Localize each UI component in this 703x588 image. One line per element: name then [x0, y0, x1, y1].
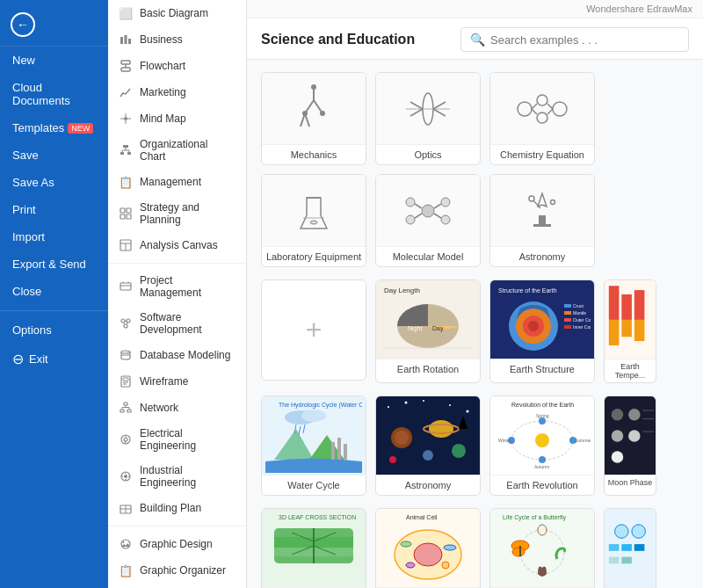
template-card-leaf[interactable]: 3D LEAF CROSS SECTION 3D Leaf Cross Sect…: [261, 508, 366, 588]
svg-point-107: [529, 196, 534, 201]
sidebar-item-saveas[interactable]: Save As: [0, 169, 108, 196]
middle-item-electrical[interactable]: Electrical Engineering: [108, 421, 246, 458]
middle-item-project[interactable]: Project Management: [108, 268, 246, 305]
sidebar-item-print[interactable]: Print: [0, 196, 108, 223]
middle-item-wireframe[interactable]: Wireframe: [108, 368, 246, 395]
template-card-butterfly[interactable]: Life Cycle of a Butterfly: [489, 508, 595, 588]
template-card-moon-phase[interactable]: Moon Phase: [604, 396, 656, 496]
page-title: Science and Education: [261, 32, 415, 47]
template-thumb-mechanics: [262, 73, 366, 145]
svg-rect-20: [120, 214, 125, 219]
back-button[interactable]: ←: [0, 0, 108, 47]
svg-point-35: [121, 351, 130, 353]
svg-point-159: [539, 417, 546, 425]
middle-orgchart-label: Organizational Chart: [140, 138, 236, 163]
middle-item-graphic[interactable]: Graphic Design: [108, 531, 246, 557]
svg-line-139: [299, 426, 301, 435]
svg-rect-200: [621, 544, 632, 551]
middle-item-management[interactable]: 📋 Management: [108, 169, 246, 195]
svg-line-140: [303, 425, 305, 433]
template-card-water-cycle[interactable]: The Hydrologic Cycle (Water Cycle): [261, 396, 366, 496]
middle-item-strategy[interactable]: Strategy and Planning: [108, 195, 246, 232]
back-circle-icon: ←: [11, 12, 35, 37]
svg-line-101: [415, 204, 422, 208]
app-title: Wondershare EdrawMax: [586, 4, 692, 14]
template-card-partial[interactable]: ...: [604, 508, 656, 588]
template-card-chemistry[interactable]: Chemistry Equation: [489, 72, 595, 165]
svg-rect-130: [621, 320, 632, 337]
middle-item-analysis[interactable]: Analysis Canvas: [108, 232, 246, 258]
template-label-earth-revolution: Earth Revolution: [490, 475, 594, 495]
middle-item-business[interactable]: Business: [108, 26, 246, 53]
svg-rect-4: [121, 68, 130, 71]
sidebar-item-save[interactable]: Save: [0, 142, 108, 169]
svg-point-189: [406, 563, 415, 568]
middle-item-database[interactable]: Database Modeling: [108, 342, 246, 368]
middle-item-marketing[interactable]: Marketing: [108, 79, 246, 105]
middle-item-infographic[interactable]: Infographic: [108, 584, 246, 588]
template-card-earth-rotation[interactable]: Day Length Night Day Earth Rotation: [375, 279, 481, 383]
svg-point-169: [612, 430, 624, 442]
middle-item-flowchart[interactable]: Flowchart: [108, 53, 246, 79]
svg-text:Mantle: Mantle: [573, 310, 586, 316]
middle-item-network[interactable]: Network: [108, 395, 246, 421]
sidebar-item-options[interactable]: Options: [0, 316, 108, 344]
svg-rect-2: [128, 39, 131, 44]
svg-point-88: [553, 102, 567, 116]
add-template-button[interactable]: +: [261, 279, 366, 381]
middle-industrial-label: Industrial Engineering: [140, 464, 236, 489]
template-card-earth-structure[interactable]: Structure of the Earth Crust Mantle Oute…: [489, 279, 595, 383]
template-thumb-animal-cell: Animal Cell: [376, 509, 480, 588]
svg-point-96: [422, 205, 434, 217]
search-input[interactable]: [490, 33, 679, 47]
middle-item-basic[interactable]: ⬜ Basic Diagram: [108, 0, 246, 26]
middle-organizer-label: Graphic Organizer: [140, 564, 226, 577]
svg-rect-201: [634, 544, 645, 551]
middle-item-orgchart[interactable]: Organizational Chart: [108, 132, 246, 169]
template-card-lab[interactable]: Laboratory Equipment: [261, 174, 366, 267]
template-thumb-earth-structure: Structure of the Earth Crust Mantle Oute…: [490, 280, 594, 359]
sidebar-item-import[interactable]: Import: [0, 223, 108, 250]
plus-icon: +: [306, 314, 323, 346]
sidebar-item-cloud[interactable]: Cloud Documents: [0, 74, 108, 114]
template-card-earth-temp[interactable]: Earth Tempe...: [604, 279, 656, 383]
svg-line-84: [433, 109, 446, 116]
svg-rect-127: [609, 286, 620, 320]
svg-point-118: [528, 321, 539, 331]
middle-item-software[interactable]: Software Development: [108, 305, 246, 342]
template-thumb-optics: [376, 73, 480, 145]
building-icon: [119, 501, 133, 515]
template-card-astronomy[interactable]: Astronomy: [375, 396, 481, 496]
template-card-animal-cell[interactable]: Animal Cell Animal Cell: [375, 508, 481, 588]
search-bar[interactable]: 🔍: [460, 27, 689, 52]
sidebar-item-templates[interactable]: Templates NEW: [0, 114, 108, 142]
middle-item-building[interactable]: Building Plan: [108, 495, 246, 521]
sidebar-item-exit[interactable]: ⊖ Exit: [0, 344, 108, 374]
sidebar-item-export[interactable]: Export & Send: [0, 250, 108, 278]
template-label-earth-rotation: Earth Rotation: [376, 359, 480, 379]
sidebar-item-close[interactable]: Close: [0, 278, 108, 305]
sidebar-new-label: New: [12, 54, 35, 67]
svg-point-151: [429, 420, 453, 438]
svg-point-95: [310, 221, 317, 224]
template-card-mechanics[interactable]: Mechanics: [261, 72, 366, 165]
svg-line-90: [532, 109, 537, 114]
template-thumb-butterfly: Life Cycle of a Butterfly: [490, 509, 594, 588]
middle-panel: ⬜ Basic Diagram Business Flowchart Marke…: [108, 0, 247, 588]
svg-rect-119: [564, 304, 571, 308]
database-icon: [119, 348, 133, 362]
sidebar-item-new[interactable]: New: [0, 47, 108, 74]
svg-rect-131: [634, 290, 645, 320]
svg-text:The Hydrologic Cycle (Water Cy: The Hydrologic Cycle (Water Cycle): [279, 402, 362, 409]
middle-item-industrial[interactable]: Industrial Engineering: [108, 458, 246, 495]
template-card-molecular[interactable]: Molecular Model: [375, 174, 481, 267]
middle-item-organizer[interactable]: 📋 Graphic Organizer: [108, 557, 246, 584]
sidebar: ← New Cloud Documents Templates NEW Save…: [0, 0, 108, 588]
template-card-optics[interactable]: Optics: [375, 72, 481, 165]
middle-item-mindmap[interactable]: Mind Map: [108, 105, 246, 132]
middle-divider-1: [108, 263, 246, 264]
svg-text:Structure of the Earth: Structure of the Earth: [498, 287, 557, 294]
template-card-earth-revolution[interactable]: Revolution of the Earth Spring Summer: [489, 396, 595, 496]
svg-point-193: [538, 525, 547, 535]
template-card-astronomy-top[interactable]: Astronomy: [489, 174, 595, 267]
